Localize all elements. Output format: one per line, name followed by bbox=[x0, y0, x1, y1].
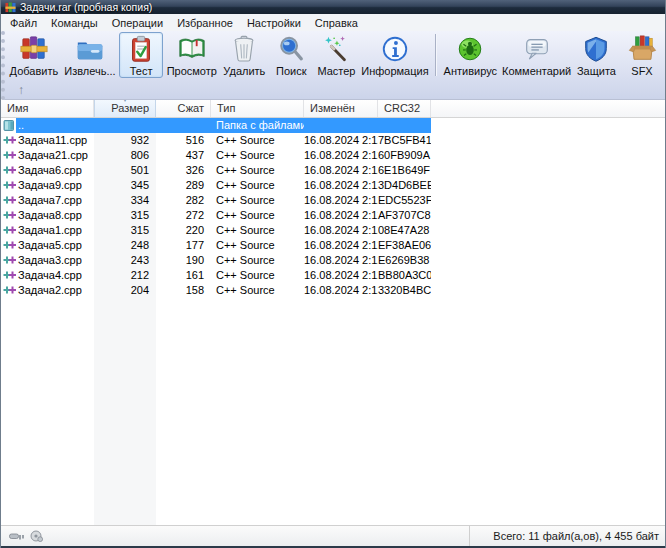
column-header-packed[interactable]: Сжат bbox=[156, 100, 211, 117]
parent-folder-name: .. bbox=[18, 118, 24, 133]
file-modified: 16.08.2024 2:12 bbox=[304, 178, 378, 193]
file-packed-size: 282 bbox=[156, 193, 211, 208]
file-modified: 16.08.2024 2:12 bbox=[304, 283, 378, 298]
menu-favorites[interactable]: Избранное bbox=[170, 16, 240, 30]
view-button-label: Просмотр bbox=[167, 65, 217, 77]
file-name: Задача21.cpp bbox=[18, 148, 88, 163]
delete-button[interactable]: Удалить bbox=[220, 32, 268, 78]
file-packed-size: 326 bbox=[156, 163, 211, 178]
file-name: Задача11.cpp bbox=[18, 133, 87, 148]
key-icon[interactable] bbox=[9, 532, 25, 541]
table-row[interactable]: Задача11.cpp 932 516 C++ Source 16.08.20… bbox=[1, 133, 665, 148]
column-header-crc32[interactable]: CRC32 bbox=[378, 100, 431, 117]
extract-icon bbox=[75, 34, 105, 64]
table-row[interactable]: Задача6.cpp 501 326 C++ Source 16.08.202… bbox=[1, 163, 665, 178]
table-row[interactable]: Задача7.cpp 334 282 C++ Source 16.08.202… bbox=[1, 193, 665, 208]
comment-button-label: Комментарий bbox=[502, 65, 571, 77]
search-button[interactable]: Поиск bbox=[269, 32, 313, 78]
view-button[interactable]: Просмотр bbox=[164, 32, 219, 78]
table-row[interactable]: Задача1.cpp 315 220 C++ Source 16.08.202… bbox=[1, 223, 665, 238]
table-row[interactable]: Задача8.cpp 315 272 C++ Source 16.08.202… bbox=[1, 208, 665, 223]
file-type: C++ Source bbox=[211, 208, 304, 223]
cpp-file-icon bbox=[3, 270, 16, 281]
file-crc32: 6E1B649F bbox=[378, 163, 431, 178]
file-packed-size: 437 bbox=[156, 148, 211, 163]
file-name: Задача3.cpp bbox=[18, 253, 82, 268]
file-name: Задача6.cpp bbox=[18, 163, 82, 178]
cpp-file-icon bbox=[3, 135, 16, 146]
table-row[interactable]: Задача4.cpp 212 161 C++ Source 16.08.202… bbox=[1, 268, 665, 283]
file-crc32: AF3707C8 bbox=[378, 208, 431, 223]
protect-button[interactable]: Защита bbox=[574, 32, 619, 78]
file-modified: 16.08.2024 2:12 bbox=[304, 163, 378, 178]
file-packed-size: 220 bbox=[156, 223, 211, 238]
column-header-type[interactable]: Тип bbox=[211, 100, 304, 117]
menu-commands[interactable]: Команды bbox=[44, 16, 105, 30]
info-button[interactable]: Информация bbox=[360, 32, 431, 78]
extract-button[interactable]: Извлечь... bbox=[62, 32, 118, 78]
file-name: Задача8.cpp bbox=[18, 208, 82, 223]
comment-button[interactable]: Комментарий bbox=[500, 32, 572, 78]
file-type: C++ Source bbox=[211, 223, 304, 238]
info-icon bbox=[380, 34, 410, 64]
table-row[interactable]: Задача3.cpp 243 190 C++ Source 16.08.202… bbox=[1, 253, 665, 268]
shield-icon bbox=[581, 34, 611, 64]
table-row[interactable]: Задача21.cpp 806 437 C++ Source 16.08.20… bbox=[1, 148, 665, 163]
menu-help[interactable]: Справка bbox=[308, 16, 365, 30]
antivirus-button[interactable]: Антивирус bbox=[441, 32, 499, 78]
file-crc32: 08E47A28 bbox=[378, 223, 431, 238]
file-crc32: BB80A3C0 bbox=[378, 268, 431, 283]
file-type: C++ Source bbox=[211, 163, 304, 178]
test-button[interactable]: Тест bbox=[119, 32, 163, 78]
titlebar: Задачи.rar (пробная копия) bbox=[1, 0, 665, 14]
drive-icon[interactable] bbox=[30, 530, 43, 542]
folder-icon bbox=[3, 120, 16, 131]
extract-button-label: Извлечь... bbox=[64, 65, 115, 77]
menu-operations[interactable]: Операции bbox=[105, 16, 170, 30]
file-packed-size: 190 bbox=[156, 253, 211, 268]
file-crc32: 3320B4BC bbox=[378, 283, 431, 298]
sfx-icon bbox=[627, 34, 657, 64]
file-size: 334 bbox=[94, 193, 156, 208]
file-type: C++ Source bbox=[211, 253, 304, 268]
cpp-file-icon bbox=[3, 210, 16, 221]
file-name: Задача1.cpp bbox=[18, 223, 82, 238]
file-packed-size: 161 bbox=[156, 268, 211, 283]
menu-file[interactable]: Файл bbox=[3, 16, 44, 30]
file-type: C++ Source bbox=[211, 133, 304, 148]
window-title: Задачи.rar (пробная копия) bbox=[20, 1, 152, 13]
column-header-name[interactable]: Имя bbox=[1, 100, 94, 117]
search-button-label: Поиск bbox=[276, 65, 306, 77]
file-size: 243 bbox=[94, 253, 156, 268]
delete-icon bbox=[229, 34, 259, 64]
file-rows: .. Папка с файлами Задача11.cpp 932 516 … bbox=[1, 118, 665, 298]
menu-settings[interactable]: Настройки bbox=[240, 16, 308, 30]
table-row[interactable]: Задача9.cpp 345 289 C++ Source 16.08.202… bbox=[1, 178, 665, 193]
file-crc32: EDC5523F bbox=[378, 193, 431, 208]
protect-button-label: Защита bbox=[577, 65, 616, 77]
up-arrow-button[interactable]: ↑ bbox=[11, 83, 31, 98]
column-header-size[interactable]: ▾Размер bbox=[94, 100, 156, 117]
file-type: C++ Source bbox=[211, 238, 304, 253]
wizard-icon bbox=[321, 34, 351, 64]
file-size: 932 bbox=[94, 133, 156, 148]
cpp-file-icon bbox=[3, 180, 16, 191]
parent-folder-type: Папка с файлами bbox=[211, 118, 304, 133]
column-header-modified[interactable]: Изменён bbox=[304, 100, 378, 117]
view-icon bbox=[177, 34, 207, 64]
add-button-label: Добавить bbox=[10, 65, 59, 77]
toolbar: Добавить Извлечь... bbox=[5, 31, 665, 82]
wizard-button[interactable]: Мастер bbox=[314, 32, 358, 78]
toolbar-separator bbox=[435, 34, 436, 76]
file-crc32: EF38AE06 bbox=[378, 238, 431, 253]
file-type: C++ Source bbox=[211, 193, 304, 208]
table-row[interactable]: Задача2.cpp 204 158 C++ Source 16.08.202… bbox=[1, 283, 665, 298]
search-icon bbox=[276, 34, 306, 64]
file-packed-size: 158 bbox=[156, 283, 211, 298]
sfx-button[interactable]: SFX bbox=[620, 32, 664, 78]
cpp-file-icon bbox=[3, 195, 16, 206]
add-button[interactable]: Добавить bbox=[7, 32, 61, 78]
file-name: Задача2.cpp bbox=[18, 283, 82, 298]
parent-folder-row[interactable]: .. Папка с файлами bbox=[1, 118, 431, 133]
table-row[interactable]: Задача5.cpp 248 177 C++ Source 16.08.202… bbox=[1, 238, 665, 253]
